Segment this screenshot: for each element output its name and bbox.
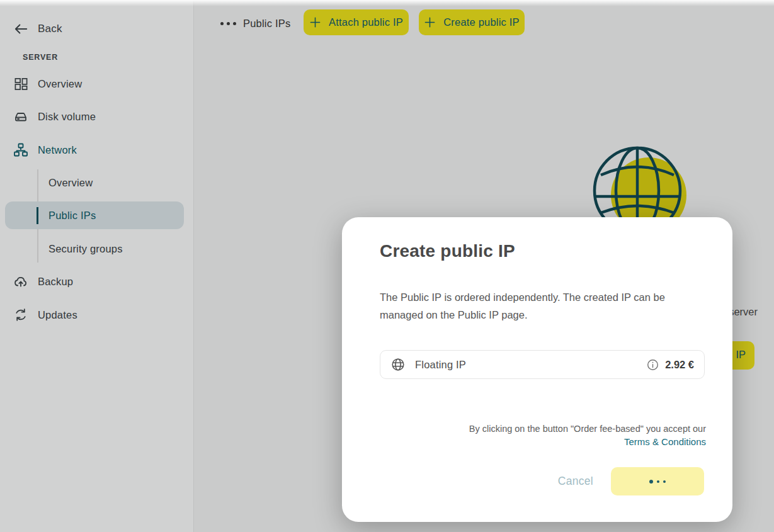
floating-ip-option[interactable]: Floating IP 2.92 € — [380, 350, 705, 379]
price-value: 2.92 € — [665, 359, 694, 371]
loading-dot — [649, 480, 653, 484]
info-icon[interactable] — [647, 359, 659, 371]
top-edge-highlight — [0, 0, 774, 6]
order-fee-based-button-loading[interactable] — [611, 467, 704, 495]
terms-and-conditions-link[interactable]: Terms & Conditions — [624, 436, 706, 447]
loading-dot — [657, 480, 659, 483]
create-public-ip-modal: Create public IP The Public IP is ordere… — [342, 217, 732, 522]
terms-text: By clicking on the button "Order fee-bas… — [469, 424, 706, 434]
modal-actions: Cancel — [558, 467, 704, 495]
floating-ip-label: Floating IP — [415, 359, 466, 371]
loading-dot — [663, 480, 666, 483]
app-window: Back SERVER Overview Disk volume Network… — [0, 0, 774, 532]
terms-notice: By clicking on the button "Order fee-bas… — [469, 424, 706, 448]
globe-icon — [390, 357, 406, 372]
modal-title: Create public IP — [380, 241, 515, 261]
modal-description: The Public IP is ordered independently. … — [380, 288, 710, 324]
cancel-button[interactable]: Cancel — [558, 475, 593, 488]
